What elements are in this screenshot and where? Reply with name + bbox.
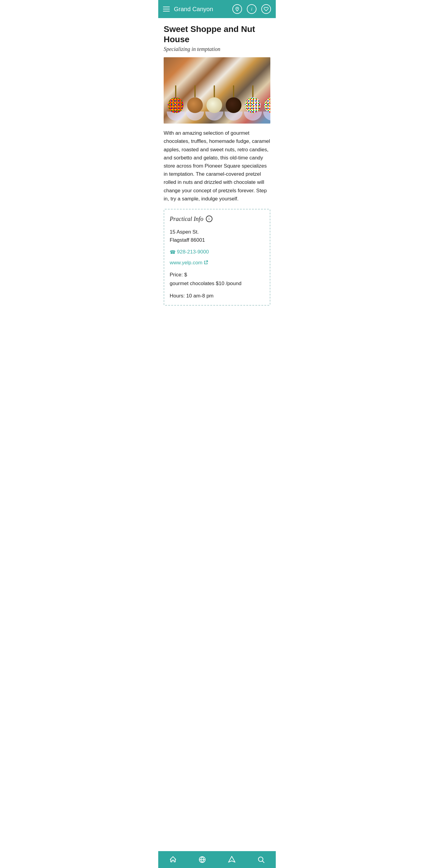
shop-subtitle: Specializing in temptation bbox=[164, 46, 270, 53]
app-header: Grand Canyon i bbox=[158, 0, 276, 18]
website-link[interactable]: www.yelp.com bbox=[170, 260, 264, 266]
candy-apple-3 bbox=[205, 85, 223, 121]
main-content: Sweet Shoppe and Nut House Specializing … bbox=[158, 18, 276, 306]
candy-apple-6 bbox=[263, 85, 270, 121]
menu-button[interactable] bbox=[163, 7, 170, 11]
practical-info-icon: i bbox=[206, 216, 213, 222]
shop-description: With an amazing selection of gourmet cho… bbox=[164, 129, 270, 203]
shop-image bbox=[164, 57, 270, 124]
candy-apple-2 bbox=[186, 85, 204, 121]
phone-icon: ☎ bbox=[170, 249, 176, 255]
practical-info-title: Practical Info i bbox=[170, 216, 264, 222]
phone-link[interactable]: ☎ 928-213-9000 bbox=[170, 249, 264, 255]
header-title: Grand Canyon bbox=[174, 6, 213, 13]
candy-apple-4 bbox=[224, 85, 243, 121]
shop-title: Sweet Shoppe and Nut House bbox=[164, 24, 270, 44]
external-link-icon bbox=[204, 260, 208, 266]
candy-apple-1 bbox=[167, 85, 185, 121]
svg-point-0 bbox=[237, 8, 238, 9]
practical-info-box: Practical Info i 15 Aspen St. Flagstaff … bbox=[164, 209, 270, 306]
heart-icon[interactable] bbox=[261, 4, 271, 14]
header-left: Grand Canyon bbox=[163, 6, 213, 13]
header-icons: i bbox=[232, 4, 271, 14]
info-icon[interactable]: i bbox=[247, 4, 256, 14]
address: 15 Aspen St. Flagstaff 86001 bbox=[170, 228, 264, 244]
location-icon[interactable] bbox=[232, 4, 242, 14]
price-info: Price: $ gourmet chocolates $10 /pound bbox=[170, 271, 264, 288]
hours-info: Hours: 10 am-8 pm bbox=[170, 293, 264, 299]
candy-apple-5 bbox=[244, 85, 262, 121]
